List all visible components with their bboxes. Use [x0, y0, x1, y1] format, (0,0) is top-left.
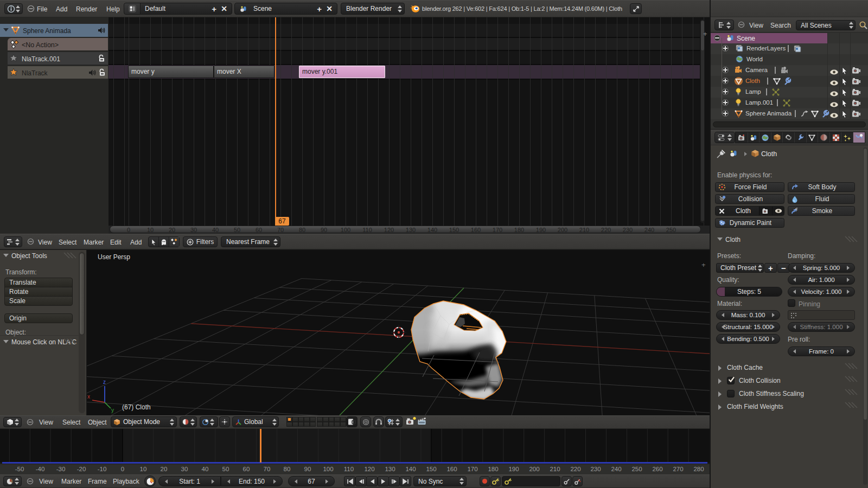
svg-text:y: y: [111, 407, 114, 413]
svg-text:x: x: [87, 394, 90, 400]
svg-text:z: z: [103, 379, 106, 385]
